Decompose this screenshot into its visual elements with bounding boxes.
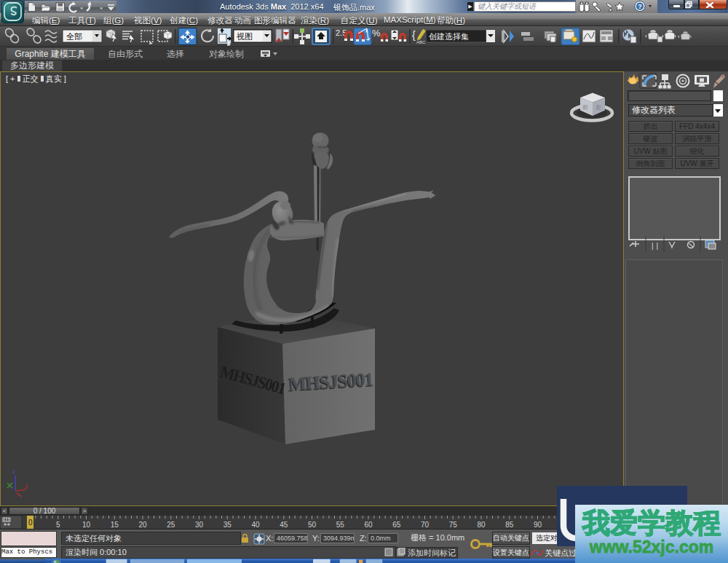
svg-text:80: 80 [477, 521, 486, 529]
svg-text:55: 55 [336, 521, 345, 529]
svg-text:10: 10 [82, 521, 91, 529]
svg-text:视图: 视图 [237, 32, 253, 41]
svg-text:75: 75 [449, 521, 458, 529]
svg-text:70: 70 [421, 521, 430, 529]
svg-text:15: 15 [111, 521, 119, 529]
svg-text:ABC: ABC [416, 40, 426, 44]
svg-text:前: 前 [582, 104, 588, 111]
svg-text:5: 5 [56, 521, 60, 529]
svg-text:||: || [650, 242, 660, 251]
svg-text:{: { [412, 29, 416, 41]
svg-text:35: 35 [223, 521, 232, 529]
svg-text:z: z [12, 468, 15, 475]
svg-text:30: 30 [195, 521, 204, 529]
svg-text:20: 20 [138, 521, 147, 529]
svg-text:45: 45 [280, 521, 288, 529]
svg-text:90: 90 [534, 521, 542, 529]
svg-text:60: 60 [364, 521, 373, 529]
svg-text:0: 0 [28, 519, 33, 527]
svg-text:左: 左 [596, 104, 601, 111]
svg-text:25: 25 [167, 521, 175, 529]
svg-text:全部: 全部 [66, 32, 82, 41]
svg-text:65: 65 [392, 521, 401, 529]
svg-text:%: % [372, 28, 381, 39]
svg-text:85: 85 [505, 521, 514, 529]
svg-text:?: ? [638, 3, 642, 10]
svg-text:创建选择集: 创建选择集 [429, 32, 469, 41]
svg-text:40: 40 [251, 521, 260, 529]
svg-text:50: 50 [308, 521, 317, 529]
